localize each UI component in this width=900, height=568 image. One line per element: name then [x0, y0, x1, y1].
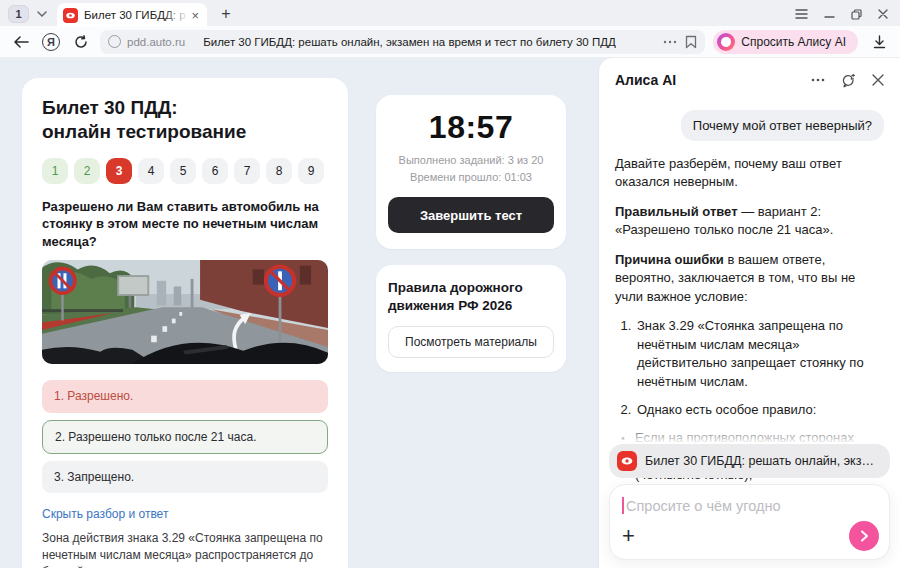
url-domain: pdd.auto.ru [127, 36, 185, 48]
tab-count-badge[interactable]: 1 [8, 5, 29, 23]
browser-menu-icon[interactable] [795, 9, 808, 19]
toggle-explanation-link[interactable]: Скрыть разбор и ответ [42, 507, 168, 521]
bookmark-icon[interactable] [685, 35, 697, 49]
alice-more-icon[interactable] [811, 78, 825, 82]
pdd-page: Билет 30 ПДД: онлайн тестирование 123456… [0, 58, 598, 568]
timer-countdown: 18:57 [388, 109, 554, 146]
text-cursor [622, 497, 624, 514]
question-pill-5[interactable]: 5 [170, 158, 196, 184]
question-pill-3[interactable]: 3 [106, 158, 132, 184]
timer-stats: Выполнено заданий: 3 из 20 Времени прошл… [388, 152, 554, 185]
finish-test-button[interactable]: Завершить тест [388, 197, 554, 233]
no-parking-even-sign [50, 269, 74, 294]
yandex-home-icon[interactable]: Я [40, 31, 62, 53]
question-pill-8[interactable]: 8 [266, 158, 292, 184]
minimize-icon[interactable] [824, 9, 835, 19]
no-parking-odd-sign [266, 267, 294, 295]
new-tab-button[interactable]: + [215, 3, 237, 25]
input-placeholder: Спросите о чём угодно [626, 498, 781, 514]
answer-option-2[interactable]: 2. Разрешено только после 21 часа. [42, 420, 328, 454]
quiz-title: Билет 30 ПДД: онлайн тестирование [42, 96, 328, 144]
window-close-icon[interactable] [878, 9, 888, 19]
view-materials-button[interactable]: Посмотреть материалы [388, 326, 554, 358]
question-photo [42, 260, 328, 364]
question-pill-9[interactable]: 9 [298, 158, 324, 184]
ask-alice-button[interactable]: Спросить Алису AI [713, 30, 858, 54]
chat-input[interactable]: Спросите о чём угодно + [609, 484, 890, 560]
alice-panel: Алиса AI Почему мой ответ неверный? Дава… [598, 58, 900, 568]
answers-list: 1. Разрешено.2. Разрешено только после 2… [42, 380, 328, 493]
question-nav: 1234567891011 [42, 158, 328, 184]
more-actions-icon[interactable] [663, 40, 677, 44]
refresh-icon[interactable] [70, 31, 92, 53]
explanation-text: Зона действия знака 3.29 «Стоянка запрещ… [42, 530, 328, 568]
address-bar[interactable]: pdd.auto.ru Билет 30 ГИБДД: решать онлай… [100, 30, 705, 54]
page-title-text: Билет 30 ГИБДД: решать онлайн, экзамен н… [203, 36, 657, 48]
user-message-bubble: Почему мой ответ неверный? [681, 110, 884, 141]
window-controls [795, 9, 894, 20]
question-pill-1[interactable]: 1 [42, 158, 68, 184]
question-pill-7[interactable]: 7 [234, 158, 260, 184]
answer-option-1[interactable]: 1. Разрешено. [42, 380, 328, 412]
back-icon[interactable] [10, 31, 32, 53]
tabs-chevron-down-icon[interactable] [33, 5, 51, 23]
new-chat-icon[interactable] [841, 73, 856, 88]
timer-card: 18:57 Выполнено заданий: 3 из 20 Времени… [376, 95, 566, 249]
browser-tab[interactable]: Билет 30 ГИБДД: р × [57, 3, 207, 27]
tab-title: Билет 30 ГИБДД: р [84, 9, 189, 21]
site-icon [108, 35, 121, 48]
alice-logo-icon [717, 33, 735, 51]
question-pill-2[interactable]: 2 [74, 158, 100, 184]
alice-close-icon[interactable] [872, 74, 884, 86]
attach-plus-icon[interactable]: + [622, 525, 635, 547]
quiz-card: Билет 30 ПДД: онлайн тестирование 123456… [22, 78, 348, 568]
alice-input-area: Билет 30 ГИБДД: решать онлайн, экза... С… [609, 444, 890, 560]
browser-toolbar: Я pdd.auto.ru Билет 30 ГИБДД: решать онл… [0, 26, 900, 58]
road-scene [42, 260, 328, 364]
content-area: Билет 30 ПДД: онлайн тестирование 123456… [0, 58, 900, 568]
tab-bar: 1 Билет 30 ГИБДД: р × + [0, 0, 900, 26]
autoru-favicon-icon [63, 8, 78, 23]
restore-icon[interactable] [851, 9, 862, 20]
right-column: 18:57 Выполнено заданий: 3 из 20 Времени… [376, 78, 566, 568]
send-button[interactable] [849, 521, 879, 551]
alice-panel-title: Алиса AI [615, 72, 676, 88]
downloads-icon[interactable] [868, 31, 890, 53]
browser-window: 1 Билет 30 ГИБДД: р × + Я pdd. [0, 0, 900, 568]
alice-header: Алиса AI [599, 58, 900, 96]
page-context-chip[interactable]: Билет 30 ГИБДД: решать онлайн, экза... [609, 444, 890, 478]
question-text: Разрешено ли Вам ставить автомобиль на с… [42, 198, 328, 251]
question-pill-6[interactable]: 6 [202, 158, 228, 184]
materials-card: Правила дорожного движения РФ 2026 Посмо… [376, 265, 566, 372]
materials-title: Правила дорожного движения РФ 2026 [388, 279, 554, 314]
tab-close-icon[interactable]: × [189, 8, 201, 23]
question-pill-4[interactable]: 4 [138, 158, 164, 184]
autoru-chip-icon [617, 451, 637, 471]
answer-option-3[interactable]: 3. Запрещено. [42, 461, 328, 493]
